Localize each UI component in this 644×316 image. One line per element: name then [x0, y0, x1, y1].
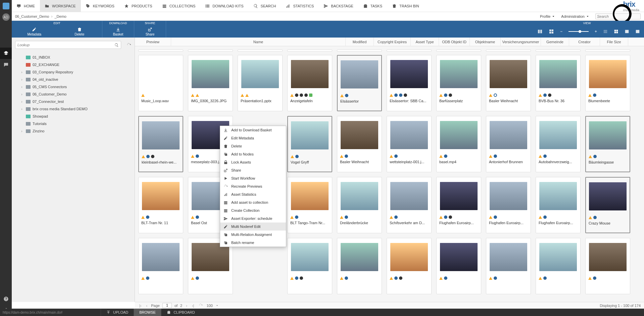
menu-delete[interactable]: Delete: [220, 142, 286, 150]
page-first-button[interactable]: |‹: [138, 304, 143, 308]
asset-card[interactable]: Schifsverkehr am D...: [387, 177, 432, 233]
breadcrumb-item[interactable]: _Demo: [55, 14, 66, 18]
browse-tab[interactable]: BROWSE: [134, 309, 161, 316]
asset-card[interactable]: [287, 238, 332, 294]
asset-card[interactable]: IMG_0306_3226.JPG: [188, 55, 233, 111]
menu-start-workflow[interactable]: Start Workflow: [220, 174, 286, 182]
menu-multi-noderef-edit[interactable]: Multi Noderef Edit: [220, 223, 286, 231]
global-search-input[interactable]: [597, 14, 609, 18]
col-versicherungsnummer[interactable]: Versicherungsnummer: [501, 38, 541, 46]
nav-home[interactable]: HOME: [12, 0, 40, 12]
menu-edit-metadata[interactable]: Edit Metadata: [220, 134, 286, 142]
grid-config-button[interactable]: [549, 29, 554, 34]
asset-card[interactable]: kleinbasel-rhein-we...: [138, 116, 183, 172]
asset-card[interactable]: Antonierhof Brunnen: [486, 116, 531, 172]
asset-card[interactable]: BLT-Tram Nr. 11: [138, 177, 183, 233]
col-name[interactable]: Name: [171, 38, 346, 46]
user-avatar[interactable]: AD: [2, 13, 10, 21]
col-asset-type[interactable]: Asset Type: [411, 38, 439, 46]
tree-node[interactable]: ›brix cross media Standard DEMO: [12, 105, 135, 113]
col-odb-objekt-id[interactable]: ODB Objekt ID: [439, 38, 470, 46]
asset-card[interactable]: Flughafen Euroairp...: [436, 177, 481, 233]
share-button[interactable]: Share: [134, 25, 166, 38]
asset-card[interactable]: wettsteinplatz-001.j...: [387, 116, 432, 172]
tree-node[interactable]: Tutorials: [12, 120, 135, 127]
asset-card[interactable]: [536, 238, 581, 294]
rail-layers-icon[interactable]: [0, 48, 12, 59]
metadata-button[interactable]: Metadata: [12, 25, 57, 38]
tree-node[interactable]: ›06_Customer_Demo: [12, 90, 135, 98]
menu-add-asset-to-collection[interactable]: Add asset to collection: [220, 198, 286, 206]
asset-card[interactable]: [585, 238, 630, 294]
menu-asset-statistics[interactable]: Asset Statistics: [220, 190, 286, 198]
asset-card[interactable]: basel.mp4: [436, 116, 481, 172]
col-copyright-expires[interactable]: Copyright Expires: [374, 38, 411, 46]
tree-lookup[interactable]: [15, 41, 121, 49]
asset-card[interactable]: Blumenbeete: [585, 55, 630, 111]
page-next-button[interactable]: ›: [185, 304, 188, 308]
col-file-size[interactable]: File Size: [600, 38, 628, 46]
asset-card[interactable]: Präsentation1.pptx: [238, 55, 283, 111]
col-objektname[interactable]: Objektname: [470, 38, 501, 46]
panel-right-button[interactable]: [635, 29, 640, 34]
nav-collections[interactable]: COLLECTIONS: [157, 0, 201, 12]
grid-view-button[interactable]: [614, 29, 618, 34]
asset-card[interactable]: Dreiländerbrücke: [337, 177, 382, 233]
breadcrumb-item[interactable]: 06_Customer_Demo: [15, 14, 49, 18]
col-preview[interactable]: Preview: [135, 38, 171, 46]
tree-node[interactable]: ›05_CMS Connectors: [12, 83, 135, 90]
menu-batch-rename[interactable]: Batch rename: [220, 239, 286, 247]
col-modified[interactable]: Modified: [346, 38, 374, 46]
zoom-slider[interactable]: [568, 31, 589, 32]
nav-statistics[interactable]: STATISTICS: [281, 0, 319, 12]
menu-create-collection[interactable]: Create Collection: [220, 206, 286, 214]
app-logo[interactable]: [3, 3, 9, 9]
nav-workspace[interactable]: WORKSPACE: [40, 0, 81, 12]
asset-card[interactable]: Elsässertor: [337, 55, 382, 111]
asset-card[interactable]: Anzeigetafeln: [287, 55, 332, 111]
rail-chat-icon[interactable]: [0, 59, 12, 70]
profile-dropdown[interactable]: Profile: [540, 14, 555, 18]
nav-search[interactable]: SEARCH: [249, 0, 281, 12]
asset-card[interactable]: [436, 238, 481, 294]
tree-lookup-input[interactable]: [17, 43, 114, 47]
asset-card[interactable]: Music_Loop.wav: [138, 55, 183, 111]
asset-card[interactable]: Basler Weihnacht: [486, 55, 531, 111]
asset-card[interactable]: Basler Weihnacht: [337, 116, 382, 172]
col-gemeinde[interactable]: Gemeinde: [541, 38, 569, 46]
tree-node[interactable]: ›03_Company Repository: [12, 68, 135, 76]
clipboard-tab[interactable]: CLIPBOARD: [161, 309, 200, 316]
tree-node[interactable]: ›04_old_inactive: [12, 76, 135, 83]
asset-card[interactable]: Flughafen Euroairp...: [486, 177, 531, 233]
menu-multi-relation-assigment[interactable]: Multi-Relation Assigment: [220, 231, 286, 239]
administration-dropdown[interactable]: Administration: [561, 14, 589, 18]
nav-download-kits[interactable]: DOWNLOAD KITS: [200, 0, 248, 12]
menu-recreate-previews[interactable]: Recreate Previews: [220, 182, 286, 190]
asset-card[interactable]: BLT Tango-Tram Nr...: [287, 177, 332, 233]
asset-card[interactable]: Crazy Mouse: [585, 177, 630, 233]
page-last-button[interactable]: ›|: [191, 304, 195, 308]
tree-node[interactable]: Showpad: [12, 113, 135, 120]
asset-card[interactable]: Vogel Gryff: [287, 116, 332, 172]
tree-node[interactable]: ›Zinzino: [12, 127, 135, 135]
asset-card[interactable]: [337, 238, 382, 294]
menu-add-to-nodes[interactable]: Add to Nodes: [220, 150, 286, 158]
nav-trash-bin[interactable]: TRASH BIN: [387, 0, 424, 12]
asset-card[interactable]: Elsässertor: SBB Ca...: [387, 55, 432, 111]
page-refresh-button[interactable]: [198, 303, 204, 308]
menu-lock-assets[interactable]: Lock Assets: [220, 158, 286, 166]
page-input[interactable]: [162, 303, 172, 308]
page-size[interactable]: 100: [206, 304, 212, 308]
col-creator[interactable]: Creator: [569, 38, 600, 46]
nav-products[interactable]: PRODUCTS: [119, 0, 157, 12]
tree-node[interactable]: ›07_Connector_test: [12, 98, 135, 105]
asset-card[interactable]: Barfüsserplatz: [436, 55, 481, 111]
asset-card[interactable]: Autobahnverzweig...: [536, 116, 581, 172]
page-prev-button[interactable]: ‹: [145, 304, 149, 308]
rail-help-icon[interactable]: [0, 293, 12, 305]
asset-card[interactable]: BVB-Bus Nr. 36: [536, 55, 581, 111]
asset-grid[interactable]: Music_Loop.wav IMG_0306_3226.JPG Präsent…: [135, 46, 644, 302]
asset-card[interactable]: Flughafen Euroairp...: [536, 177, 581, 233]
basket-button[interactable]: Basket: [102, 25, 134, 38]
asset-card[interactable]: [138, 238, 183, 294]
